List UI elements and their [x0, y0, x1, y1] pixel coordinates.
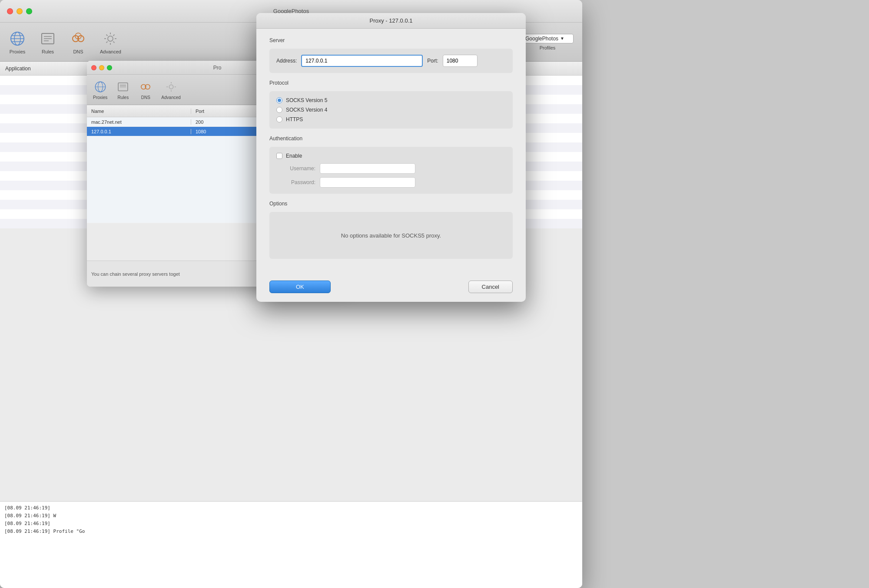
advanced-label: Advanced: [100, 49, 121, 54]
rules-icon: [39, 30, 56, 47]
auth-enable-row[interactable]: Enable: [276, 153, 506, 159]
pl-toolbar-rules[interactable]: Rules: [116, 80, 130, 100]
toolbar-dns[interactable]: DNS: [70, 30, 87, 54]
pl-rules-icon: [116, 80, 130, 94]
socks5-label: SOCKS Version 5: [286, 97, 327, 103]
pl-proxies-label: Proxies: [93, 95, 107, 100]
profiles-dropdown[interactable]: GooglePhotos ▼: [521, 34, 574, 43]
options-text: No options available for SOCKS5 proxy.: [341, 232, 441, 239]
protocol-https[interactable]: HTTPS: [276, 116, 506, 122]
rules-label: Rules: [42, 49, 54, 54]
svg-line-17: [106, 34, 108, 36]
svg-line-20: [106, 41, 108, 43]
auth-enable-checkbox[interactable]: [276, 153, 282, 159]
pl-dns-label: DNS: [141, 95, 150, 100]
radio-socks5[interactable]: [276, 97, 282, 103]
dns-icon: [70, 30, 87, 47]
svg-line-19: [113, 34, 115, 36]
svg-point-12: [108, 36, 113, 41]
protocol-socks4[interactable]: SOCKS Version 4: [276, 107, 506, 113]
pl-toolbar-proxies[interactable]: Proxies: [93, 80, 107, 100]
https-label: HTTPS: [286, 116, 303, 122]
address-label: Address:: [276, 58, 297, 64]
pl-col-port-header: Port: [191, 109, 209, 114]
pl-cell-port-1: 1080: [191, 129, 210, 134]
username-input[interactable]: [320, 163, 415, 174]
password-label: Password:: [281, 179, 315, 185]
port-label: Port:: [427, 58, 438, 64]
pl-proxies-icon: [93, 80, 107, 94]
pl-close-button[interactable]: [91, 65, 96, 70]
auth-section-box: Enable Username: Password:: [269, 147, 513, 194]
log-line-4: [08.09 21:46:19] Profile "Go: [4, 528, 578, 535]
traffic-lights: [7, 8, 32, 14]
dialog-title: Proxy - 127.0.0.1: [370, 17, 413, 24]
server-row: Address: Port:: [276, 55, 506, 67]
pl-footer-text: You can chain several proxy servers toge…: [91, 271, 180, 277]
auth-section-label: Authentication: [269, 135, 513, 142]
ok-button[interactable]: OK: [269, 281, 331, 293]
pl-title: Pro: [213, 65, 222, 71]
pl-traffic-lights: [91, 65, 112, 70]
server-section-label: Server: [269, 37, 513, 43]
username-row: Username:: [281, 163, 506, 174]
protocol-section-box: SOCKS Version 5 SOCKS Version 4 HTTPS: [269, 91, 513, 129]
server-section-box: Address: Port:: [269, 49, 513, 73]
toolbar-rules[interactable]: Rules: [39, 30, 56, 54]
pl-cell-name-0: mac.27net.net: [87, 119, 191, 125]
auth-enable-label: Enable: [286, 153, 302, 159]
pl-cell-name-1: 127.0.0.1: [87, 129, 191, 134]
proxy-dialog: Proxy - 127.0.0.1 Server Address: Port: …: [256, 13, 526, 302]
log-area: [08.09 21:46:19] [08.09 21:46:19] W [08.…: [0, 501, 582, 588]
dropdown-arrow-icon: ▼: [560, 36, 564, 41]
profiles-label: Profiles: [540, 45, 556, 50]
address-input[interactable]: [301, 55, 423, 67]
pl-dns-icon: [139, 80, 153, 94]
radio-socks4[interactable]: [276, 107, 282, 113]
dialog-titlebar: Proxy - 127.0.0.1: [256, 13, 526, 29]
profiles-section: GooglePhotos ▼ Profiles: [521, 34, 574, 50]
password-input[interactable]: [320, 177, 415, 188]
advanced-icon: [102, 30, 119, 47]
log-line-1: [08.09 21:46:19]: [4, 504, 578, 512]
pl-toolbar-dns[interactable]: DNS: [139, 80, 153, 100]
pl-advanced-icon: [164, 80, 178, 94]
maximize-button[interactable]: [26, 8, 32, 14]
username-label: Username:: [281, 165, 315, 172]
radio-https[interactable]: [276, 116, 282, 122]
options-content: No options available for SOCKS5 proxy.: [276, 218, 506, 253]
auth-section: Enable Username: Password:: [276, 153, 506, 188]
protocol-socks5[interactable]: SOCKS Version 5: [276, 97, 506, 103]
pl-cell-port-0: 200: [191, 119, 208, 125]
pl-col-name-header: Name: [87, 109, 191, 114]
minimize-button[interactable]: [17, 8, 23, 14]
toolbar-advanced[interactable]: Advanced: [100, 30, 121, 54]
pl-toolbar-advanced[interactable]: Advanced: [161, 80, 180, 100]
options-section-box: No options available for SOCKS5 proxy.: [269, 212, 513, 259]
profile-name: GooglePhotos: [525, 36, 558, 42]
proxies-label: Proxies: [10, 49, 26, 54]
dns-label: DNS: [73, 49, 83, 54]
log-line-3: [08.09 21:46:19]: [4, 520, 578, 528]
pl-advanced-label: Advanced: [161, 95, 180, 100]
pl-rules-label: Rules: [118, 95, 129, 100]
protocol-options: SOCKS Version 5 SOCKS Version 4 HTTPS: [276, 97, 506, 122]
password-row: Password:: [281, 177, 506, 188]
dialog-body: Server Address: Port: Protocol SOCKS Ver…: [256, 29, 526, 274]
pl-minimize-button[interactable]: [99, 65, 104, 70]
svg-line-18: [113, 41, 115, 43]
log-line-2: [08.09 21:46:19] W: [4, 512, 578, 520]
svg-point-29: [169, 85, 173, 89]
dialog-buttons: OK Cancel: [256, 274, 526, 302]
toolbar-proxies[interactable]: Proxies: [9, 30, 26, 54]
protocol-section-label: Protocol: [269, 80, 513, 86]
auth-fields: Username: Password:: [276, 163, 506, 188]
proxies-icon: [9, 30, 26, 47]
socks4-label: SOCKS Version 4: [286, 107, 327, 113]
port-input[interactable]: [443, 55, 478, 67]
close-button[interactable]: [7, 8, 13, 14]
pl-maximize-button[interactable]: [107, 65, 112, 70]
options-section-label: Options: [269, 201, 513, 207]
cancel-button[interactable]: Cancel: [468, 281, 513, 293]
